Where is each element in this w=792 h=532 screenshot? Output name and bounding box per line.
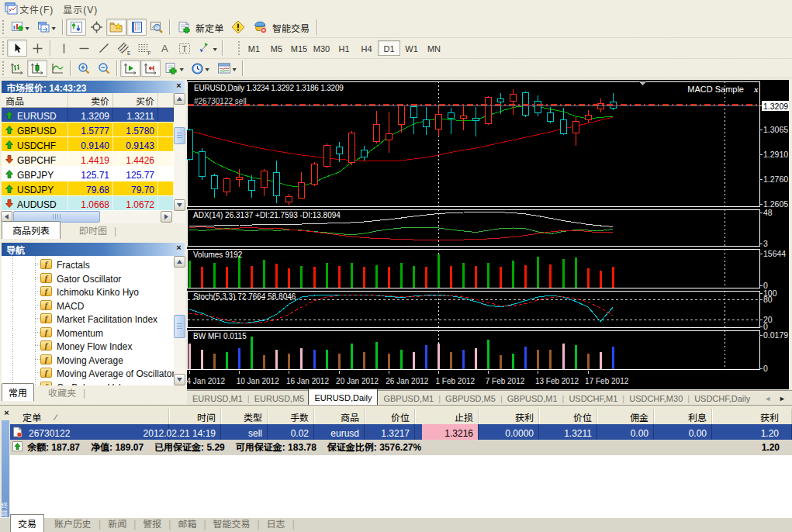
navigator-close-icon[interactable]: ×: [174, 244, 184, 254]
timeframe-h1[interactable]: H1: [333, 40, 355, 56]
tab-tick-chart[interactable]: 即时图: [73, 222, 113, 239]
terminal-tab-2[interactable]: 新闻: [101, 515, 133, 532]
terminal-tab-6[interactable]: 日志: [260, 515, 292, 532]
terminal-tab-4[interactable]: 邮箱: [171, 515, 203, 532]
terminal-column-3[interactable]: 手数: [268, 409, 314, 424]
market-watch-close-icon[interactable]: ×: [174, 81, 184, 92]
terminal-column-4[interactable]: 商品: [314, 409, 365, 424]
terminal-tab-1[interactable]: 账户历史: [47, 515, 99, 532]
data-window-button[interactable]: [86, 19, 106, 36]
column-symbol[interactable]: 商品: [2, 93, 68, 107]
terminal-column-0[interactable]: 定单 ∕: [10, 409, 169, 424]
terminal-column-7[interactable]: 获利: [479, 409, 539, 424]
toolbar-grip[interactable]: [2, 61, 5, 75]
text-label-button[interactable]: T: [175, 40, 195, 57]
scroll-up-button[interactable]: [174, 93, 185, 105]
symbol-row-gbpchf[interactable]: GBPCHF1.44191.4426: [2, 152, 174, 167]
toolbar-grip[interactable]: [2, 20, 5, 34]
symbol-row-audusd[interactable]: AUDUSD1.06681.0672: [2, 196, 174, 211]
menu-file[interactable]: 文件(F): [12, 0, 61, 18]
market-watch-vscrollbar[interactable]: [174, 93, 185, 211]
navigator-vscrollbar[interactable]: [174, 256, 185, 385]
scroll-down-button[interactable]: [174, 199, 185, 211]
terminal-order-row[interactable]: 267301222012.02.21 14:19sell0.02eurusd1.…: [10, 424, 792, 440]
timeframe-m30[interactable]: M30: [310, 40, 333, 56]
terminal-column-8[interactable]: 价位: [539, 409, 597, 424]
line-chart-button[interactable]: [47, 60, 67, 77]
profiles-button[interactable]: ▾: [33, 19, 60, 36]
navigator-toggle[interactable]: [126, 19, 147, 36]
navigator-item-fractals[interactable]: fFractals: [40, 257, 90, 271]
zoom-in-button[interactable]: [74, 60, 94, 77]
terminal-tab-5[interactable]: 智能交易: [206, 515, 258, 532]
warning-button[interactable]: [228, 19, 248, 36]
symbol-row-eurusd[interactable]: EURUSD1.32091.3211: [2, 108, 174, 123]
tick-chart-toggle[interactable]: [66, 19, 86, 36]
terminal-column-6[interactable]: 止损: [415, 409, 479, 424]
scroll-right-button[interactable]: [161, 211, 172, 223]
terminal-tab-3[interactable]: 警报: [136, 515, 168, 532]
navigator-item-gator-oscillator[interactable]: fGator Oscillator: [40, 271, 121, 285]
terminal-column-11[interactable]: 获利: [712, 409, 792, 424]
cursor-button[interactable]: [7, 40, 27, 57]
chart-shift-toggle[interactable]: [140, 60, 161, 77]
chart-tab-eurusd-daily[interactable]: EURUSD,Daily: [308, 389, 378, 406]
vertical-line-button[interactable]: [54, 40, 74, 57]
periods-button[interactable]: ▾: [187, 60, 213, 77]
timeframe-d1[interactable]: D1: [378, 40, 400, 56]
candlestick-button[interactable]: [27, 60, 47, 77]
text-button[interactable]: A: [154, 40, 175, 57]
tabs-scroll-right-icon[interactable]: ►: [779, 393, 786, 403]
horizontal-line-button[interactable]: [74, 40, 94, 57]
terminal-column-2[interactable]: 类型: [221, 409, 268, 424]
timeframe-h4[interactable]: H4: [355, 40, 378, 56]
market-watch-title[interactable]: 市场报价: 14:43:23: [2, 81, 185, 94]
chart-tab-eurusd-m1[interactable]: EURUSD,M1: [187, 390, 248, 406]
new-order-button[interactable]: 新定单: [173, 19, 228, 36]
column-bid[interactable]: 卖价: [68, 93, 113, 107]
chart-tab-gbpusd-m1[interactable]: GBPUSD,M1: [502, 390, 563, 406]
terminal-column-10[interactable]: 利息: [654, 409, 712, 424]
chart-tab-eurusd-m5[interactable]: EURUSD,M5: [249, 390, 310, 406]
crosshair-button[interactable]: [27, 40, 47, 57]
scroll-down-button[interactable]: [174, 374, 185, 385]
trendline-button[interactable]: [94, 40, 114, 57]
tabs-scroll-left-icon[interactable]: ◄: [764, 393, 771, 403]
zoom-out-button[interactable]: [94, 60, 114, 77]
navigator-item-ichimoku-kinko-hyo[interactable]: fIchimoku Kinko Hyo: [40, 285, 139, 298]
expert-advisors-button[interactable]: 智能交易: [248, 19, 314, 36]
terminal-column-5[interactable]: 价位: [365, 409, 415, 424]
navigator-item-moving-average[interactable]: fMoving Average: [40, 353, 123, 366]
navigator-item-market-facilitation-index[interactable]: fMarket Facilitation Index: [40, 312, 157, 325]
timeframe-m1[interactable]: M1: [243, 40, 265, 56]
chart-tab-gbpusd-m5[interactable]: GBPUSD,M5: [440, 390, 501, 406]
tab-common[interactable]: 常用: [2, 383, 34, 401]
chart-tab-usdchf-m1[interactable]: USDCHF,M1: [563, 390, 623, 406]
terminal-side-strip[interactable]: 终端: [2, 420, 9, 519]
fibonacci-button[interactable]: F: [134, 40, 154, 57]
navigator-title[interactable]: 导航: [2, 243, 185, 256]
templates-button[interactable]: ▾: [213, 60, 240, 77]
column-ask[interactable]: 买价: [113, 93, 158, 107]
auto-scroll-toggle[interactable]: [120, 60, 140, 77]
navigator-item-moving-average-of-oscillator[interactable]: fMoving Average of Oscillator: [40, 366, 174, 379]
timeframe-w1[interactable]: W1: [400, 40, 423, 56]
toolbar-grip[interactable]: [2, 41, 5, 55]
market-watch-toggle[interactable]: [106, 19, 126, 36]
symbol-row-usdjpy[interactable]: USDJPY79.6879.70: [2, 181, 174, 196]
chart-tab-usdchf-daily[interactable]: USDCHF,Daily: [689, 390, 756, 406]
strategy-tester-button[interactable]: [147, 19, 167, 36]
symbol-row-gbpjpy[interactable]: GBPJPY125.71125.77: [2, 167, 174, 181]
arrows-button[interactable]: ▾: [195, 40, 220, 57]
terminal-column-9[interactable]: 佣金: [597, 409, 654, 424]
terminal-column-1[interactable]: 时间: [169, 409, 221, 424]
chart-tab-gbpusd-m1[interactable]: GBPUSD,M1: [378, 390, 439, 406]
chart-window-icon[interactable]: [5, 2, 18, 15]
tab-favorites[interactable]: 收藏夹: [42, 384, 82, 401]
symbol-row-usdchf[interactable]: USDCHF0.91400.9143: [2, 137, 174, 152]
equidistant-channel-button[interactable]: E: [114, 40, 134, 57]
tab-symbols[interactable]: 商品列表: [2, 221, 61, 239]
navigator-item-momentum[interactable]: fMomentum: [40, 326, 103, 339]
timeframe-m15[interactable]: M15: [288, 40, 310, 56]
navigator-item-macd[interactable]: fMACD: [40, 299, 84, 312]
